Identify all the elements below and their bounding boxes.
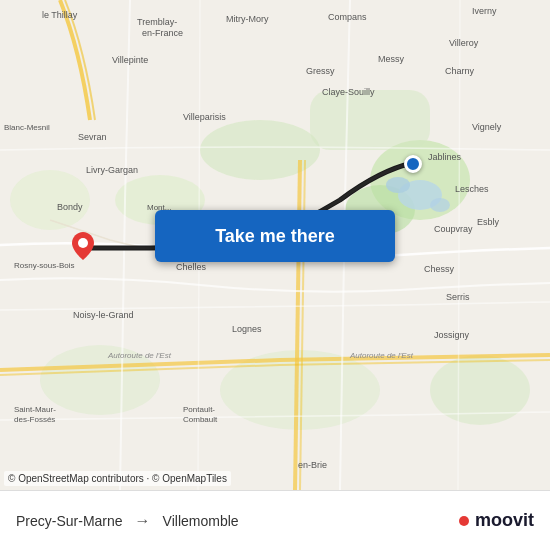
- svg-text:Rosny-sous-Bois: Rosny-sous-Bois: [14, 261, 74, 270]
- svg-text:Autoroute de l'Est: Autoroute de l'Est: [349, 351, 414, 360]
- svg-text:Livry-Gargan: Livry-Gargan: [86, 165, 138, 175]
- direction-arrow-icon: →: [135, 512, 151, 530]
- svg-text:Blanc-Mesnil: Blanc-Mesnil: [4, 123, 50, 132]
- svg-text:Chessy: Chessy: [424, 264, 455, 274]
- svg-point-12: [430, 198, 450, 212]
- svg-text:Bondy: Bondy: [57, 202, 83, 212]
- svg-text:en-Brie: en-Brie: [298, 460, 327, 470]
- svg-text:Combault: Combault: [183, 415, 218, 424]
- svg-text:Sevran: Sevran: [78, 132, 107, 142]
- cta-label: Take me there: [215, 226, 335, 247]
- svg-text:Charny: Charny: [445, 66, 475, 76]
- svg-text:Saint-Maur-: Saint-Maur-: [14, 405, 56, 414]
- svg-text:Gressy: Gressy: [306, 66, 335, 76]
- svg-text:Autoroute de l'Est: Autoroute de l'Est: [107, 351, 172, 360]
- svg-text:Pontault-: Pontault-: [183, 405, 215, 414]
- svg-text:Villeparisis: Villeparisis: [183, 112, 226, 122]
- svg-point-9: [10, 170, 90, 230]
- svg-text:Claye-Souilly: Claye-Souilly: [322, 87, 375, 97]
- moovit-logo: moovit: [459, 510, 534, 531]
- svg-text:en-France: en-France: [142, 28, 183, 38]
- svg-point-11: [386, 177, 410, 193]
- svg-text:Jablines: Jablines: [428, 152, 462, 162]
- svg-text:Iverny: Iverny: [472, 6, 497, 16]
- svg-text:Noisy-le-Grand: Noisy-le-Grand: [73, 310, 134, 320]
- svg-text:Serris: Serris: [446, 292, 470, 302]
- origin-label: Precy-Sur-Marne: [16, 513, 123, 529]
- map-attribution: © OpenStreetMap contributors · © OpenMap…: [4, 471, 231, 486]
- svg-text:Villepinte: Villepinte: [112, 55, 148, 65]
- destination-pin: [404, 155, 422, 173]
- svg-text:Jossigny: Jossigny: [434, 330, 470, 340]
- svg-text:Tremblay-: Tremblay-: [137, 17, 177, 27]
- moovit-brand-text: moovit: [475, 510, 534, 531]
- svg-text:Vignely: Vignely: [472, 122, 502, 132]
- moovit-dot-icon: [459, 516, 469, 526]
- svg-text:Lognes: Lognes: [232, 324, 262, 334]
- svg-text:Compans: Compans: [328, 12, 367, 22]
- svg-text:des-Fossés: des-Fossés: [14, 415, 55, 424]
- svg-text:Mitry-Mory: Mitry-Mory: [226, 14, 269, 24]
- svg-point-51: [78, 238, 88, 248]
- take-me-there-button[interactable]: Take me there: [155, 210, 395, 262]
- svg-text:Lesches: Lesches: [455, 184, 489, 194]
- svg-text:Coupvray: Coupvray: [434, 224, 473, 234]
- destination-label: Villemomble: [163, 513, 239, 529]
- svg-text:Villeroy: Villeroy: [449, 38, 479, 48]
- svg-text:le Thillay: le Thillay: [42, 10, 78, 20]
- svg-text:Esbly: Esbly: [477, 217, 500, 227]
- bottom-bar: Precy-Sur-Marne → Villemomble moovit: [0, 490, 550, 550]
- map-container: le Thillay Tremblay- en-France Mitry-Mor…: [0, 0, 550, 490]
- origin-pin: [72, 232, 94, 260]
- svg-text:Messy: Messy: [378, 54, 405, 64]
- svg-point-1: [200, 120, 320, 180]
- svg-text:Chelles: Chelles: [176, 262, 207, 272]
- svg-rect-4: [310, 90, 430, 150]
